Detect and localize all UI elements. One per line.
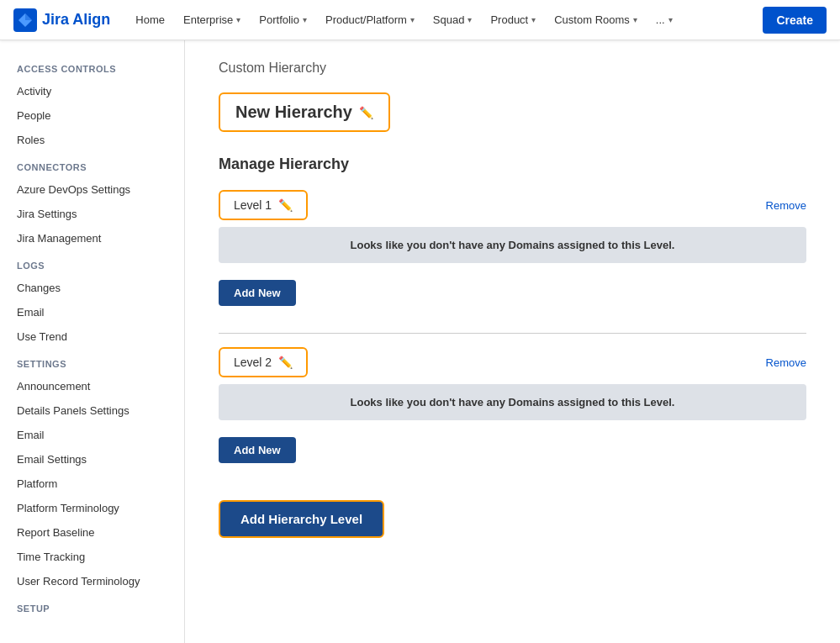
nav-item-home[interactable]: Home xyxy=(127,8,173,31)
level-header-1: Level 2✏️Remove xyxy=(219,347,806,377)
chevron-down-icon: ▾ xyxy=(633,15,637,24)
sidebar-item-user-record-terminology[interactable]: User Record Terminology xyxy=(0,569,184,593)
main-content: Custom Hierarchy New Hierarchy ✏️ Manage… xyxy=(185,40,840,643)
sidebar-item-email[interactable]: Email xyxy=(0,300,184,324)
level-header-0: Level 1✏️Remove xyxy=(219,190,806,220)
sidebar-item-details-panels-settings[interactable]: Details Panels Settings xyxy=(0,398,184,423)
page-title: Custom Hierarchy xyxy=(219,61,806,76)
level-block-1: Level 2✏️RemoveLooks like you don't have… xyxy=(219,347,806,470)
sidebar-item-azure-devops-settings[interactable]: Azure DevOps Settings xyxy=(0,177,184,202)
chevron-down-icon: ▾ xyxy=(236,15,240,24)
sidebar-item-roles[interactable]: Roles xyxy=(0,128,184,152)
sidebar-section-title-3: Settings xyxy=(0,349,184,374)
sidebar-item-jira-management[interactable]: Jira Management xyxy=(0,226,184,250)
sidebar-item-changes[interactable]: Changes xyxy=(0,276,184,300)
nav-item----[interactable]: ...▾ xyxy=(647,8,681,31)
sidebar-item-platform-terminology[interactable]: Platform Terminology xyxy=(0,496,184,520)
sidebar-section-title-0: Access Controls xyxy=(0,54,184,79)
sidebar-item-jira-settings[interactable]: Jira Settings xyxy=(0,202,184,226)
sidebar-section-title-2: Logs xyxy=(0,250,184,276)
no-domains-message-0: Looks like you don't have any Domains as… xyxy=(219,227,806,263)
nav-item-custom-rooms[interactable]: Custom Rooms▾ xyxy=(546,8,646,31)
level-name-box-1[interactable]: Level 2✏️ xyxy=(219,347,308,377)
nav-item-portfolio[interactable]: Portfolio▾ xyxy=(251,8,315,31)
level-remove-link-1[interactable]: Remove xyxy=(766,356,806,369)
level-remove-link-0[interactable]: Remove xyxy=(766,199,806,212)
sidebar-item-use-trend[interactable]: Use Trend xyxy=(0,324,184,349)
hierarchy-name-edit-icon[interactable]: ✏️ xyxy=(359,106,373,119)
logo[interactable]: Jira Align xyxy=(13,8,110,32)
level-name-box-0[interactable]: Level 1✏️ xyxy=(219,190,308,220)
hierarchy-name-text: New Hierarchy xyxy=(235,103,352,122)
create-button[interactable]: Create xyxy=(763,7,827,34)
sidebar-item-report-baseline[interactable]: Report Baseline xyxy=(0,520,184,545)
jira-align-logo-icon xyxy=(13,8,37,32)
sidebar: Access ControlsActivityPeopleRolesConnec… xyxy=(0,40,185,643)
page-container: Access ControlsActivityPeopleRolesConnec… xyxy=(0,40,840,643)
nav-items: HomeEnterprise▾Portfolio▾Product/Platfor… xyxy=(127,8,680,31)
sidebar-item-platform[interactable]: Platform xyxy=(0,472,184,496)
navbar: Jira Align HomeEnterprise▾Portfolio▾Prod… xyxy=(0,0,840,40)
add-new-button-0[interactable]: Add New xyxy=(219,280,296,306)
chevron-down-icon: ▾ xyxy=(303,15,307,24)
sidebar-section-title-4: Setup xyxy=(0,593,184,619)
nav-item-squad[interactable]: Squad▾ xyxy=(425,8,481,31)
logo-text: Jira Align xyxy=(42,11,110,29)
level-name-text-1: Level 2 xyxy=(234,356,272,369)
level-block-0: Level 1✏️RemoveLooks like you don't have… xyxy=(219,190,806,313)
sidebar-item-people[interactable]: People xyxy=(0,103,184,128)
chevron-down-icon: ▾ xyxy=(410,15,415,24)
sidebar-sections: Access ControlsActivityPeopleRolesConnec… xyxy=(0,54,184,619)
add-new-button-1[interactable]: Add New xyxy=(219,437,296,463)
sidebar-item-email-settings[interactable]: Email Settings xyxy=(0,447,184,472)
chevron-down-icon: ▾ xyxy=(531,15,536,24)
nav-item-enterprise[interactable]: Enterprise▾ xyxy=(175,8,249,31)
hierarchy-name-box[interactable]: New Hierarchy ✏️ xyxy=(219,92,390,132)
level-edit-icon-0[interactable]: ✏️ xyxy=(278,198,293,212)
sidebar-item-email[interactable]: Email xyxy=(0,423,184,447)
sidebar-item-announcement[interactable]: Announcement xyxy=(0,374,184,398)
level-name-text-0: Level 1 xyxy=(234,198,272,212)
no-domains-message-1: Looks like you don't have any Domains as… xyxy=(219,384,806,420)
nav-item-product[interactable]: Product▾ xyxy=(482,8,544,31)
sidebar-item-time-tracking[interactable]: Time Tracking xyxy=(0,545,184,569)
chevron-down-icon: ▾ xyxy=(468,15,472,24)
nav-item-product-platform[interactable]: Product/Platform▾ xyxy=(317,8,423,31)
chevron-down-icon: ▾ xyxy=(668,15,673,24)
manage-hierarchy-title: Manage Hierarchy xyxy=(219,155,806,173)
level-edit-icon-1[interactable]: ✏️ xyxy=(278,356,293,369)
levels-container: Level 1✏️RemoveLooks like you don't have… xyxy=(219,190,806,470)
add-hierarchy-level-button[interactable]: Add Hierarchy Level xyxy=(219,500,384,538)
sidebar-item-activity[interactable]: Activity xyxy=(0,79,184,103)
sidebar-section-title-1: Connectors xyxy=(0,152,184,177)
level-divider-1 xyxy=(219,333,806,334)
